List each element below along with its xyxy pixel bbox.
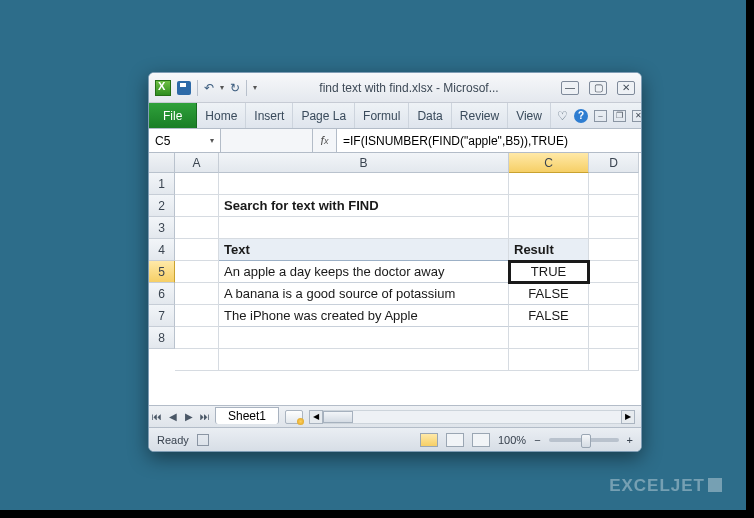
next-sheet-button[interactable]: ▶ bbox=[181, 411, 197, 422]
tab-file[interactable]: File bbox=[149, 103, 197, 128]
cell-c6[interactable]: FALSE bbox=[509, 283, 589, 305]
save-icon[interactable] bbox=[177, 81, 191, 95]
scroll-thumb[interactable] bbox=[323, 411, 353, 423]
prev-sheet-button[interactable]: ◀ bbox=[165, 411, 181, 422]
name-box-dropdown-icon[interactable]: ▾ bbox=[210, 136, 214, 145]
zoom-in-button[interactable]: + bbox=[627, 434, 633, 446]
formula-bar: C5 ▾ fx =IF(ISNUMBER(FIND("apple",B5)),T… bbox=[149, 129, 641, 153]
titlebar: ↶ ▾ ↻ ▾ find text with find.xlsx - Micro… bbox=[149, 73, 641, 103]
last-sheet-button[interactable]: ⏭ bbox=[197, 411, 213, 422]
page-watermark: EXCELJET bbox=[609, 476, 722, 496]
cell-b4[interactable]: Text bbox=[219, 239, 509, 261]
horizontal-scrollbar[interactable]: ◀ ▶ bbox=[309, 410, 635, 424]
redo-icon[interactable]: ↻ bbox=[230, 81, 240, 95]
status-bar: Ready 100% − + bbox=[149, 427, 641, 451]
tab-page-layout[interactable]: Page La bbox=[293, 103, 355, 128]
col-header-a[interactable]: A bbox=[175, 153, 219, 173]
excel-app-icon[interactable] bbox=[155, 80, 171, 96]
ribbon: File Home Insert Page La Formul Data Rev… bbox=[149, 103, 641, 129]
tab-data[interactable]: Data bbox=[409, 103, 451, 128]
tab-home[interactable]: Home bbox=[197, 103, 246, 128]
sheet-tab-bar: ⏮ ◀ ▶ ⏭ Sheet1 ◀ ▶ bbox=[149, 405, 641, 427]
row-header-3[interactable]: 3 bbox=[149, 217, 175, 239]
minimize-button[interactable]: — bbox=[561, 81, 579, 95]
undo-icon[interactable]: ↶ bbox=[204, 81, 214, 95]
cell-c7[interactable]: FALSE bbox=[509, 305, 589, 327]
close-button[interactable]: ✕ bbox=[617, 81, 635, 95]
worksheet-grid[interactable]: A B C D 1 2 3 4 5 6 7 8 Search for text … bbox=[149, 153, 641, 405]
cell-c4[interactable]: Result bbox=[509, 239, 589, 261]
tab-insert[interactable]: Insert bbox=[246, 103, 293, 128]
qat-customize-icon[interactable]: ▾ bbox=[253, 83, 257, 92]
maximize-button[interactable]: ▢ bbox=[589, 81, 607, 95]
row-header-6[interactable]: 6 bbox=[149, 283, 175, 305]
select-all-triangle[interactable] bbox=[149, 153, 175, 173]
scroll-right-button[interactable]: ▶ bbox=[621, 410, 635, 424]
cell-c5[interactable]: TRUE bbox=[509, 261, 589, 283]
normal-view-button[interactable] bbox=[420, 433, 438, 447]
tab-formulas[interactable]: Formul bbox=[355, 103, 409, 128]
name-box-value: C5 bbox=[155, 134, 170, 148]
mdi-close-button[interactable]: ✕ bbox=[632, 110, 642, 122]
row-header-5[interactable]: 5 bbox=[149, 261, 175, 283]
cell-b2[interactable]: Search for text with FIND bbox=[219, 195, 509, 217]
new-sheet-button[interactable] bbox=[285, 410, 303, 424]
scroll-left-button[interactable]: ◀ bbox=[309, 410, 323, 424]
row-header-8[interactable]: 8 bbox=[149, 327, 175, 349]
cell-b6[interactable]: A banana is a good source of potassium bbox=[219, 283, 509, 305]
col-header-c[interactable]: C bbox=[509, 153, 589, 173]
tab-view[interactable]: View bbox=[508, 103, 551, 128]
fx-icon[interactable]: fx bbox=[313, 129, 337, 152]
first-sheet-button[interactable]: ⏮ bbox=[149, 411, 165, 422]
page-break-view-button[interactable] bbox=[472, 433, 490, 447]
ribbon-minimize-icon[interactable]: ♡ bbox=[557, 109, 568, 123]
zoom-level[interactable]: 100% bbox=[498, 434, 526, 446]
window-title: find text with find.xlsx - Microsof... bbox=[263, 81, 555, 95]
row-header-4[interactable]: 4 bbox=[149, 239, 175, 261]
excel-window: ↶ ▾ ↻ ▾ find text with find.xlsx - Micro… bbox=[148, 72, 642, 452]
row-header-2[interactable]: 2 bbox=[149, 195, 175, 217]
tab-review[interactable]: Review bbox=[452, 103, 508, 128]
help-icon[interactable]: ? bbox=[574, 109, 588, 123]
mdi-restore-button[interactable]: ❐ bbox=[613, 110, 626, 122]
mdi-minimize-button[interactable]: – bbox=[594, 110, 607, 122]
status-ready: Ready bbox=[157, 434, 189, 446]
zoom-slider[interactable] bbox=[549, 438, 619, 442]
undo-dropdown[interactable]: ▾ bbox=[220, 83, 224, 92]
col-header-d[interactable]: D bbox=[589, 153, 639, 173]
macro-record-icon[interactable] bbox=[197, 434, 209, 446]
zoom-out-button[interactable]: − bbox=[534, 434, 540, 446]
formula-input[interactable]: =IF(ISNUMBER(FIND("apple",B5)),TRUE) bbox=[337, 129, 641, 152]
col-header-b[interactable]: B bbox=[219, 153, 509, 173]
cell-b7[interactable]: The iPhone was created by Apple bbox=[219, 305, 509, 327]
page-layout-view-button[interactable] bbox=[446, 433, 464, 447]
quick-access-toolbar: ↶ ▾ ↻ ▾ bbox=[177, 80, 257, 96]
name-box[interactable]: C5 ▾ bbox=[149, 129, 221, 152]
row-header-7[interactable]: 7 bbox=[149, 305, 175, 327]
sheet-tab-sheet1[interactable]: Sheet1 bbox=[215, 407, 279, 424]
cell-b5[interactable]: An apple a day keeps the doctor away bbox=[219, 261, 509, 283]
row-header-1[interactable]: 1 bbox=[149, 173, 175, 195]
